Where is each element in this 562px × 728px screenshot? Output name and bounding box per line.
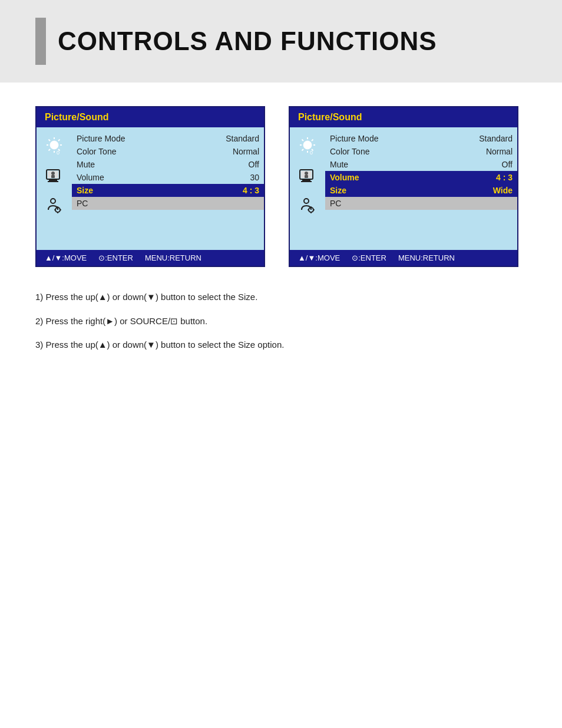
menu-spacer [325, 210, 517, 245]
svg-point-22 [303, 141, 312, 149]
menu-left-icons: 0 [37, 132, 72, 245]
menu-left-header: Picture/Sound [37, 107, 264, 127]
footer-move-2: ▲/▼:MOVE [298, 253, 340, 262]
table-row: Color Tone Normal [72, 145, 264, 158]
brightness-icon-2: 0 [295, 134, 320, 160]
table-row: Picture Mode Standard [325, 132, 517, 145]
menus-container: Picture/Sound [35, 106, 527, 267]
menu-right-header: Picture/Sound [290, 107, 517, 127]
table-row-gray: PC [72, 197, 264, 210]
svg-point-36 [305, 172, 308, 175]
footer-return-2: MENU:RETURN [398, 253, 455, 262]
menu-right-title: Picture/Sound [298, 112, 362, 122]
menu-spacer [72, 210, 264, 245]
table-row-gray: PC [325, 197, 517, 210]
settings-icon-2 [295, 193, 320, 219]
volume-icon [41, 164, 67, 190]
footer-enter: ⊙:ENTER [98, 253, 133, 262]
svg-line-29 [302, 149, 304, 151]
svg-rect-12 [48, 181, 58, 182]
svg-line-28 [312, 140, 313, 141]
svg-line-5 [49, 140, 51, 141]
svg-text:0: 0 [310, 150, 313, 156]
svg-rect-11 [49, 179, 57, 181]
table-row: Mute Off [72, 158, 264, 171]
volume-icon-2 [295, 164, 320, 190]
table-row-highlighted: Volume 4 : 3 [325, 171, 517, 184]
menu-right-body: 0 [290, 127, 517, 250]
footer-move: ▲/▼:MOVE [45, 253, 87, 262]
header-accent-bar [35, 18, 46, 65]
settings-icon [41, 193, 67, 219]
menu-right-footer: ▲/▼:MOVE ⊙:ENTER MENU:RETURN [290, 250, 517, 266]
menu-right-icons: 0 [290, 132, 325, 245]
page-header: CONTROLS AND FUNCTIONS [0, 0, 562, 83]
menu-right: Picture/Sound [289, 106, 518, 267]
menu-left-footer: ▲/▼:MOVE ⊙:ENTER MENU:RETURN [37, 250, 264, 266]
table-row: Mute Off [325, 158, 517, 171]
svg-line-7 [49, 149, 51, 151]
svg-point-14 [51, 172, 55, 175]
page-title: CONTROLS AND FUNCTIONS [58, 27, 437, 56]
menu-left-body: 0 [37, 127, 264, 250]
svg-rect-33 [302, 179, 310, 181]
svg-rect-34 [301, 181, 312, 182]
instruction-3: 3) Press the up(▲) or down(▼) button to … [35, 338, 527, 352]
table-row-highlighted: Size 4 : 3 [72, 184, 264, 197]
menu-right-rows: Picture Mode Standard Color Tone Normal … [325, 132, 517, 245]
svg-rect-37 [305, 175, 308, 178]
content-area: Picture/Sound [0, 106, 562, 352]
menu-left-title: Picture/Sound [45, 112, 108, 122]
svg-rect-15 [51, 175, 55, 178]
menu-left: Picture/Sound [35, 106, 265, 267]
svg-line-27 [302, 140, 304, 141]
svg-point-38 [304, 199, 309, 203]
table-row: Picture Mode Standard [72, 132, 264, 145]
menu-left-rows: Picture Mode Standard Color Tone Normal … [72, 132, 264, 245]
svg-point-16 [51, 199, 55, 203]
footer-return: MENU:RETURN [145, 253, 201, 262]
table-row-highlighted-size: Size Wide [325, 184, 517, 197]
footer-enter-2: ⊙:ENTER [352, 253, 386, 262]
svg-point-0 [50, 141, 58, 149]
instruction-2: 2) Press the right(►) or SOURCE/⊡ button… [35, 315, 527, 328]
table-row: Volume 30 [72, 171, 264, 184]
svg-line-6 [58, 140, 60, 141]
svg-text:0: 0 [57, 150, 59, 156]
instruction-1: 1) Press the up(▲) or down(▼) button to … [35, 291, 527, 304]
brightness-icon: 0 [41, 134, 67, 160]
table-row: Color Tone Normal [325, 145, 517, 158]
